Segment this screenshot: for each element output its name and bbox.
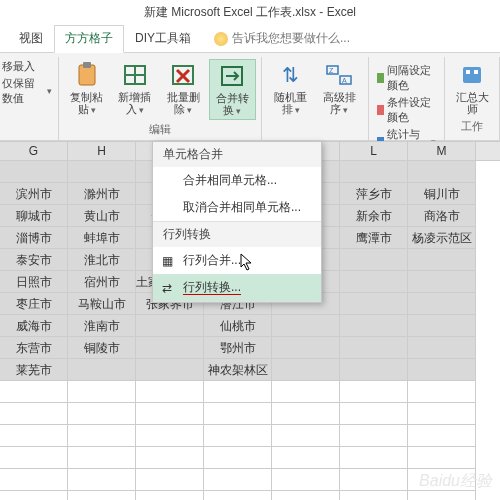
cell[interactable]: 宿州市 — [68, 271, 136, 293]
cell[interactable]: 新余市 — [340, 205, 408, 227]
cell[interactable]: 威海市 — [0, 315, 68, 337]
cell[interactable] — [68, 469, 136, 491]
cell[interactable] — [0, 469, 68, 491]
col-header[interactable]: G — [0, 142, 68, 160]
cell[interactable] — [408, 271, 476, 293]
cell[interactable]: 日照市 — [0, 271, 68, 293]
cell[interactable] — [272, 359, 340, 381]
cell[interactable]: 聊城市 — [0, 205, 68, 227]
cell[interactable]: 马鞍山市 — [68, 293, 136, 315]
cell[interactable] — [68, 403, 136, 425]
cell[interactable]: 滁州市 — [68, 183, 136, 205]
menu-item-rowcol-convert[interactable]: ⇄ 行列转换... — [153, 274, 321, 301]
cell[interactable]: 鹰潭市 — [340, 227, 408, 249]
copy-paste-button[interactable]: 复制粘贴▾ — [65, 59, 109, 120]
cell[interactable] — [204, 403, 272, 425]
cell[interactable] — [408, 293, 476, 315]
cell[interactable] — [408, 381, 476, 403]
cell[interactable] — [408, 359, 476, 381]
advanced-sort-button[interactable]: ZA 高级排序▾ — [317, 59, 362, 118]
cell[interactable] — [272, 337, 340, 359]
random-reorder-button[interactable]: ⇅ 随机重排▾ — [268, 59, 313, 118]
cell[interactable]: 滨州市 — [0, 183, 68, 205]
cell[interactable] — [136, 381, 204, 403]
cell[interactable] — [340, 315, 408, 337]
menu-item-unmerge-same-cells[interactable]: 取消合并相同单元格... — [153, 194, 321, 221]
cell[interactable] — [136, 425, 204, 447]
col-header[interactable]: H — [68, 142, 136, 160]
cell[interactable] — [136, 403, 204, 425]
tell-me-search[interactable]: 告诉我您想要做什么... — [214, 25, 350, 52]
cell[interactable] — [136, 469, 204, 491]
cell[interactable]: 淮南市 — [68, 315, 136, 337]
cell[interactable] — [340, 491, 408, 500]
cell[interactable] — [340, 447, 408, 469]
cell[interactable]: 蚌埠市 — [68, 227, 136, 249]
cell[interactable]: 铜陵市 — [68, 337, 136, 359]
cell[interactable] — [68, 359, 136, 381]
cell[interactable] — [408, 403, 476, 425]
ribbon-btn-keep-values[interactable]: 仅保留数值▾ — [2, 76, 52, 106]
cell[interactable] — [340, 161, 408, 183]
cell[interactable] — [272, 491, 340, 500]
cell[interactable]: 商洛市 — [408, 205, 476, 227]
cell[interactable] — [136, 337, 204, 359]
cell[interactable]: 泰安市 — [0, 249, 68, 271]
col-header[interactable]: L — [340, 142, 408, 160]
cell[interactable] — [0, 425, 68, 447]
tab-view[interactable]: 视图 — [8, 25, 54, 52]
cell[interactable] — [0, 491, 68, 500]
cell[interactable] — [340, 293, 408, 315]
spreadsheet-grid[interactable]: G H I J K L M 滨州市滁州市永州市萍乡市铜川市聊城市黄山市怀化市新余… — [0, 141, 500, 500]
cell[interactable] — [204, 381, 272, 403]
cell[interactable] — [204, 491, 272, 500]
cell[interactable]: 东营市 — [0, 337, 68, 359]
cell[interactable] — [136, 491, 204, 500]
cell[interactable] — [340, 337, 408, 359]
col-header[interactable]: M — [408, 142, 476, 160]
cell[interactable] — [408, 337, 476, 359]
interval-color-button[interactable]: 间隔设定颜色 — [377, 63, 436, 93]
tab-fangfanggezi[interactable]: 方方格子 — [54, 25, 124, 53]
cell[interactable] — [272, 425, 340, 447]
cell[interactable] — [136, 359, 204, 381]
cell[interactable] — [272, 469, 340, 491]
cell[interactable] — [68, 381, 136, 403]
cell[interactable] — [68, 491, 136, 500]
cell[interactable] — [272, 315, 340, 337]
cell[interactable] — [204, 447, 272, 469]
cell[interactable] — [340, 359, 408, 381]
cell[interactable] — [408, 315, 476, 337]
cell[interactable] — [68, 161, 136, 183]
cell[interactable] — [68, 425, 136, 447]
cell[interactable] — [0, 403, 68, 425]
cell[interactable] — [68, 447, 136, 469]
cell[interactable] — [340, 469, 408, 491]
cell[interactable] — [272, 381, 340, 403]
cell[interactable]: 淮北市 — [68, 249, 136, 271]
cell[interactable] — [340, 425, 408, 447]
merge-convert-button[interactable]: 合并转换▾ — [209, 59, 255, 120]
cell[interactable] — [272, 403, 340, 425]
cell[interactable]: 莱芜市 — [0, 359, 68, 381]
ribbon-btn-shift-insert[interactable]: 移最入 — [2, 59, 52, 74]
cell[interactable] — [408, 161, 476, 183]
menu-item-rowcol-merge[interactable]: ▦ 行列合并... — [153, 247, 321, 274]
cell[interactable] — [272, 447, 340, 469]
cell[interactable]: 铜川市 — [408, 183, 476, 205]
cell[interactable] — [340, 381, 408, 403]
cell[interactable] — [0, 161, 68, 183]
cell[interactable] — [408, 491, 476, 500]
new-add-button[interactable]: 新增插入▾ — [113, 59, 157, 120]
cell[interactable] — [408, 425, 476, 447]
batch-delete-button[interactable]: 批量删除▾ — [161, 59, 205, 120]
cell[interactable]: 淄博市 — [0, 227, 68, 249]
cell[interactable] — [340, 271, 408, 293]
cell[interactable] — [0, 447, 68, 469]
tab-diy-toolbox[interactable]: DIY工具箱 — [124, 25, 202, 52]
cell[interactable] — [408, 249, 476, 271]
cell[interactable] — [204, 425, 272, 447]
cell[interactable]: 仙桃市 — [204, 315, 272, 337]
cell[interactable] — [136, 315, 204, 337]
menu-item-merge-same-cells[interactable]: 合并相同单元格... — [153, 167, 321, 194]
